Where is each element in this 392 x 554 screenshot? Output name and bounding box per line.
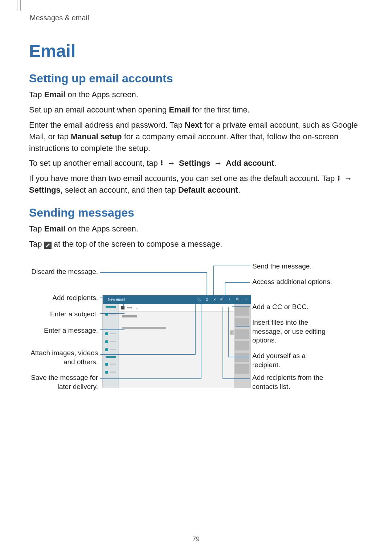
sending-paragraph-1: Tap Email on the Apps screen.: [29, 223, 363, 235]
compose-topbar: New email 📎 🗎 ✕ ✉ ⋮ 🔍 ⋮: [103, 295, 251, 304]
bold-default-account: Default account: [178, 185, 238, 194]
setup-paragraph-5: If you have more than two email accounts…: [29, 173, 363, 196]
bold-email: Email: [44, 90, 66, 99]
page-top-marker: [17, 0, 21, 11]
text: , select an account, and then tap: [61, 185, 178, 194]
text: Tap: [29, 239, 44, 249]
body-field: [122, 327, 166, 329]
callout-attach: Attach images, videos and others.: [29, 349, 98, 366]
arrow-icon: →: [164, 159, 179, 168]
bold-settings: Settings: [179, 159, 211, 168]
section-setup-heading: Setting up email accounts: [29, 72, 363, 85]
callout-subject: Enter a subject.: [29, 310, 98, 319]
text: on the Apps screen.: [65, 224, 138, 233]
text: .: [238, 185, 240, 194]
callout-send: Send the message.: [252, 262, 332, 271]
setup-paragraph-1: Tap Email on the Apps screen.: [29, 89, 363, 100]
contacts-icon: [121, 306, 124, 309]
text: for the first time.: [190, 105, 250, 114]
callout-self: Add yourself as a recipient.: [252, 352, 332, 369]
self-icon: [127, 307, 132, 308]
expand-tab-icon: ‹: [230, 330, 234, 335]
callout-cc: Add a CC or BCC.: [252, 303, 332, 312]
manual-page: Messages & email Email Setting up email …: [0, 0, 392, 554]
text: Enter the email address and password. Ta…: [29, 120, 185, 130]
subject-field: [122, 315, 230, 317]
callout-options: Access additional options.: [252, 278, 332, 287]
compose-sidebar: [103, 304, 119, 388]
search-icon: 🔍: [236, 297, 240, 301]
section-sending-heading: Sending messages: [29, 206, 363, 219]
bold-email: Email: [169, 105, 190, 114]
more-icon: ⋮: [228, 297, 231, 301]
arrow-icon: →: [211, 159, 226, 168]
compose-form: ⌄ ‹: [119, 304, 234, 388]
more-options-icon: •••: [337, 176, 340, 181]
text: To set up another email account, tap: [29, 159, 160, 168]
page-title: Email: [29, 41, 363, 61]
text: at the top of the screen to compose a me…: [52, 239, 222, 249]
preview-pane: [234, 304, 251, 388]
overflow-icon: ⋮: [244, 297, 248, 301]
bold-add-account: Add account: [226, 159, 274, 168]
attach-icon: 📎: [196, 297, 201, 301]
callout-recipients: Add recipients.: [29, 294, 98, 303]
callout-save: Save the message for later delivery.: [29, 373, 98, 391]
text: If you have more than two email accounts…: [29, 174, 337, 183]
bold-email: Email: [44, 224, 66, 233]
recipients-row: ⌄: [119, 304, 234, 312]
bold-next: Next: [185, 120, 202, 130]
text: on the Apps screen.: [65, 90, 138, 99]
sending-paragraph-2: Tap at the top of the screen to compose …: [29, 238, 363, 250]
setup-paragraph-4: To set up another email account, tap •••…: [29, 157, 363, 169]
callout-message: Enter a message.: [29, 326, 98, 335]
page-number: 79: [0, 535, 392, 543]
callout-insert: Insert files into the message, or use ed…: [252, 318, 332, 345]
cc-toggle-icon: ⌄: [135, 305, 138, 309]
bold-settings: Settings: [29, 185, 61, 194]
bold-manual-setup: Manual setup: [71, 132, 122, 141]
device-screenshot: New email 📎 🗎 ✕ ✉ ⋮ 🔍 ⋮: [103, 295, 251, 388]
discard-icon: ✕: [213, 297, 216, 301]
breadcrumb: Messages & email: [30, 14, 363, 22]
compose-icon: [44, 242, 52, 249]
text: Tap: [29, 224, 44, 233]
compose-title: New email: [106, 297, 125, 301]
compose-diagram: Discard the message. Add recipients. Ent…: [29, 261, 363, 402]
callout-discard: Discard the message.: [29, 267, 98, 276]
setup-paragraph-3: Enter the email address and password. Ta…: [29, 119, 363, 154]
setup-paragraph-2: Set up an email account when opening Ema…: [29, 104, 363, 116]
callout-contacts: Add recipients from the contacts list.: [252, 373, 332, 391]
send-icon: ✉: [220, 297, 223, 301]
arrow-icon: →: [340, 174, 354, 183]
text: Set up an email account when opening: [29, 105, 169, 114]
more-options-icon: •••: [160, 160, 164, 166]
text: .: [274, 159, 276, 168]
save-icon: 🗎: [205, 297, 209, 301]
text: Tap: [29, 90, 44, 99]
